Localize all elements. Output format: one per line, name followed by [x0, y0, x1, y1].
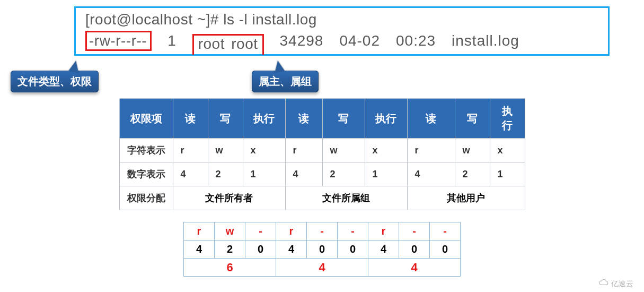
row-label: 权限分配: [119, 186, 173, 210]
highlight-owner-group: root root: [192, 34, 264, 55]
file-date: 04-02: [339, 32, 380, 49]
calc-cell: -: [245, 222, 276, 241]
perm-cell: 2: [208, 162, 243, 186]
file-time: 00:23: [396, 32, 436, 49]
perm-header: 读: [173, 99, 208, 139]
calc-table: r w - r - - r - - 4 2 0 4 0 0 4 0 0 6 4 …: [183, 222, 461, 277]
watermark: 亿速云: [597, 279, 633, 289]
perm-header: 写: [455, 99, 490, 139]
perm-header: 执行: [365, 99, 407, 139]
char-row: 字符表示 r w x r w x r w x: [119, 139, 525, 162]
perm-cell: 4: [173, 162, 208, 186]
perm-cell: 2: [322, 162, 365, 186]
calc-symbols-row: r w - r - - r - -: [184, 222, 461, 241]
calc-sum: 6: [184, 259, 276, 277]
calc-nums-row: 4 2 0 4 0 0 4 0 0: [184, 241, 461, 259]
calc-cell: -: [399, 222, 430, 241]
calc-sums-row: 6 4 4: [184, 259, 461, 277]
calc-cell: 0: [399, 241, 430, 259]
terminal-output: [root@localhost ~]# ls -l install.log -r…: [74, 6, 610, 56]
perm-header: 写: [322, 99, 365, 139]
perm-header-row: 权限项 读 写 执行 读 写 执行 读 写 执行: [119, 99, 525, 139]
callout-owner-group: 属主、属组: [252, 71, 319, 92]
row-label: 数字表示: [119, 162, 173, 186]
perm-header: 执行: [243, 99, 285, 139]
calc-cell: 4: [184, 241, 215, 259]
calc-cell: w: [215, 222, 245, 241]
permission-table: 权限项 读 写 执行 读 写 执行 读 写 执行 字符表示 r w x r w …: [119, 98, 525, 210]
perm-cell: r: [173, 139, 208, 162]
calc-cell: 4: [368, 241, 399, 259]
calc-cell: -: [338, 222, 368, 241]
perm-cell: 4: [285, 162, 322, 186]
perm-cell: x: [490, 139, 525, 162]
perm-cell: r: [285, 139, 322, 162]
num-row: 数字表示 4 2 1 4 2 1 4 2 1: [119, 162, 525, 186]
perm-header: 权限项: [119, 99, 173, 139]
calc-cell: -: [307, 222, 338, 241]
calc-cell: 4: [276, 241, 307, 259]
group-other: 其他用户: [407, 186, 525, 210]
perm-cell: w: [322, 139, 365, 162]
highlight-permissions: -rw-r--r--: [85, 31, 152, 51]
terminal-command: [root@localhost ~]# ls -l install.log: [85, 11, 598, 28]
row-label: 字符表示: [119, 139, 173, 162]
perm-cell: x: [243, 139, 285, 162]
calc-cell: 2: [215, 241, 245, 259]
perm-cell: r: [407, 139, 455, 162]
perm-header: 读: [285, 99, 322, 139]
alloc-row: 权限分配 文件所有者 文件所属组 其他用户: [119, 186, 525, 210]
perm-header: 读: [407, 99, 455, 139]
calc-cell: 0: [307, 241, 338, 259]
calc-sum: 4: [276, 259, 368, 277]
calc-cell: r: [368, 222, 399, 241]
perm-cell: 4: [407, 162, 455, 186]
file-size: 34298: [280, 32, 324, 49]
calc-cell: 0: [430, 241, 461, 259]
perm-header: 写: [208, 99, 243, 139]
calc-sum: 4: [368, 259, 461, 277]
perm-cell: 1: [243, 162, 285, 186]
calc-cell: r: [276, 222, 307, 241]
group-group: 文件所属组: [285, 186, 407, 210]
terminal-ls-line: -rw-r--r-- 1 root root 34298 04-02 00:23…: [85, 30, 598, 51]
perm-cell: 2: [455, 162, 490, 186]
perm-cell: w: [208, 139, 243, 162]
perm-cell: w: [455, 139, 490, 162]
perm-cell: x: [365, 139, 407, 162]
cloud-icon: [597, 279, 609, 289]
calc-cell: -: [430, 222, 461, 241]
watermark-text: 亿速云: [611, 279, 633, 289]
calc-cell: 0: [245, 241, 276, 259]
calc-cell: 0: [338, 241, 368, 259]
file-name: install.log: [452, 32, 519, 49]
perm-header: 执行: [490, 99, 525, 139]
calc-cell: r: [184, 222, 215, 241]
links-count: 1: [167, 32, 177, 49]
callout-filetype-perm: 文件类型、权限: [11, 71, 99, 92]
group-owner: 文件所有者: [173, 186, 285, 210]
perm-cell: 1: [490, 162, 525, 186]
perm-cell: 1: [365, 162, 407, 186]
